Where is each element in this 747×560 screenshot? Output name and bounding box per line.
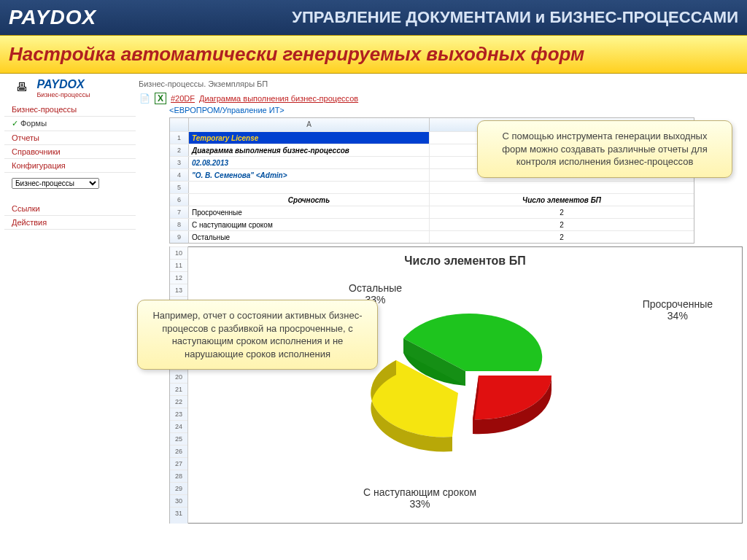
row-number[interactable]: 4 <box>170 169 189 181</box>
table-row[interactable]: 6СрочностьЧисло элементов БП <box>170 193 694 206</box>
doc-icon[interactable]: 📄 <box>139 93 150 104</box>
row-number[interactable]: 12 <box>170 271 187 284</box>
row-number[interactable]: 8 <box>170 219 189 230</box>
row-number[interactable]: 13 <box>170 284 187 296</box>
org-path-row: <ЕВРОПРОМ/Управление ИТ> <box>169 106 743 114</box>
doc-code[interactable]: #20DF <box>171 94 195 103</box>
doc-link-row: 📄 X #20DF Диаграмма выполнения бизнес-пр… <box>139 93 743 104</box>
chart-box: Число элементов БП <box>188 246 743 524</box>
sidebar-nav: Бизнес-процессы Формы Отчеты Справочники… <box>4 103 136 230</box>
cell-a[interactable]: Temporary License <box>189 132 430 144</box>
pie-slice-green <box>403 314 542 386</box>
sidebar-item-config[interactable]: Конфигурация <box>4 159 136 173</box>
callout-top-right: С помощью инструмента генерации выходных… <box>477 120 732 178</box>
cell-b[interactable]: Число элементов БП <box>430 194 694 206</box>
row-number[interactable]: 2 <box>170 144 189 156</box>
chart-row-numbers: 1011121314151617181920212223242526272829… <box>169 246 188 524</box>
table-row[interactable]: 8С наступающим сроком2 <box>170 218 694 230</box>
row-number[interactable]: 29 <box>170 482 187 494</box>
workspace: 🖶 PAYDOX Бизнес-процессы Бизнес-процессы… <box>0 74 747 559</box>
cell-b[interactable]: 2 <box>430 231 694 243</box>
main-column: Бизнес-процессы. Экземпляры БП 📄 X #20DF… <box>136 78 743 555</box>
row-number[interactable]: 22 <box>170 395 187 408</box>
pie-label-yellow: С наступающим сроком 33% <box>363 486 476 510</box>
pie-slice-red <box>473 376 551 434</box>
row-number[interactable]: 25 <box>170 432 187 445</box>
left-column: 🖶 PAYDOX Бизнес-процессы Бизнес-процессы… <box>4 78 136 555</box>
sidebar-item-links[interactable]: Ссылки <box>4 202 136 216</box>
sidebar-item-forms[interactable]: Формы <box>4 117 136 131</box>
cell-a[interactable]: Срочность <box>189 194 430 206</box>
pie-label-red: Просроченные 34% <box>643 298 713 322</box>
row-number[interactable]: 30 <box>170 494 187 507</box>
col-a-header[interactable]: A <box>189 118 430 131</box>
sidebar-item-reports[interactable]: Отчеты <box>4 131 136 145</box>
row-number[interactable]: 26 <box>170 445 187 457</box>
cell-b[interactable]: 2 <box>430 219 694 230</box>
chart-title: Число элементов БП <box>188 247 742 275</box>
org-path[interactable]: <ЕВРОПРОМ/Управление ИТ> <box>169 106 285 114</box>
sidebar-item-processes[interactable]: Бизнес-процессы <box>4 103 136 117</box>
row-number[interactable]: 5 <box>170 182 189 193</box>
cell-b[interactable]: 2 <box>430 206 694 218</box>
cell-a[interactable]: Диаграмма выполнения бизнес-процессов <box>189 144 430 156</box>
row-number[interactable]: 9 <box>170 231 189 243</box>
rownum-header[interactable] <box>170 118 189 131</box>
row-number[interactable]: 1 <box>170 132 189 144</box>
doc-title[interactable]: Диаграмма выполнения бизнес-процессов <box>199 94 358 103</box>
app-header: PAYDOX УПРАВЛЕНИЕ ДОКУМЕНТАМИ и БИЗНЕС-П… <box>0 0 747 35</box>
cell-a[interactable]: "О. В. Семенова" <Admin> <box>189 169 430 181</box>
breadcrumb: Бизнес-процессы. Экземпляры БП <box>139 78 743 93</box>
row-number[interactable]: 31 <box>170 507 187 519</box>
chart-area: 1011121314151617181920212223242526272829… <box>169 246 743 524</box>
cell-a[interactable]: Просроченные <box>189 206 430 218</box>
pie-chart <box>341 298 589 473</box>
row-number[interactable]: 10 <box>170 246 187 259</box>
row-number[interactable]: 28 <box>170 470 187 482</box>
cell-a[interactable] <box>189 182 430 193</box>
sidebar-item-directories[interactable]: Справочники <box>4 145 136 159</box>
sidebar-item-actions[interactable]: Действия <box>4 216 136 230</box>
row-number[interactable]: 23 <box>170 408 187 420</box>
row-number[interactable]: 21 <box>170 383 187 395</box>
excel-icon[interactable]: X <box>155 93 166 104</box>
row-number[interactable]: 27 <box>170 457 187 470</box>
row-number[interactable]: 24 <box>170 420 187 432</box>
print-icon[interactable]: 🖶 <box>16 81 28 94</box>
app-logo: PAYDOX <box>9 6 96 29</box>
callout-mid-left: Например, отчет о состоянии активных биз… <box>137 300 378 370</box>
brand-small: PAYDOX Бизнес-процессы <box>36 78 90 98</box>
section-banner: Настройка автоматически генерируемых вых… <box>0 35 747 74</box>
brand-sub: Бизнес-процессы <box>36 91 90 98</box>
cell-a[interactable]: 02.08.2013 <box>189 157 430 168</box>
table-row[interactable]: 5 <box>170 181 694 193</box>
table-row[interactable]: 7Просроченные2 <box>170 206 694 218</box>
brand-name: PAYDOX <box>36 78 90 91</box>
cell-a[interactable]: Остальные <box>189 231 430 243</box>
row-number[interactable]: 3 <box>170 157 189 168</box>
row-number[interactable]: 7 <box>170 206 189 218</box>
app-subtitle: УПРАВЛЕНИЕ ДОКУМЕНТАМИ и БИЗНЕС-ПРОЦЕССА… <box>292 8 738 27</box>
row-number[interactable]: 6 <box>170 194 189 206</box>
sidebar-select[interactable]: Бизнес-процессы <box>12 176 128 189</box>
row-number[interactable]: 20 <box>170 370 187 383</box>
row-number[interactable]: 11 <box>170 259 187 271</box>
cell-b[interactable] <box>430 182 694 193</box>
cell-a[interactable]: С наступающим сроком <box>189 219 430 230</box>
banner-title: Настройка автоматически генерируемых вых… <box>9 43 738 66</box>
process-select[interactable]: Бизнес-процессы <box>12 178 99 189</box>
table-row[interactable]: 9Остальные2 <box>170 230 694 243</box>
